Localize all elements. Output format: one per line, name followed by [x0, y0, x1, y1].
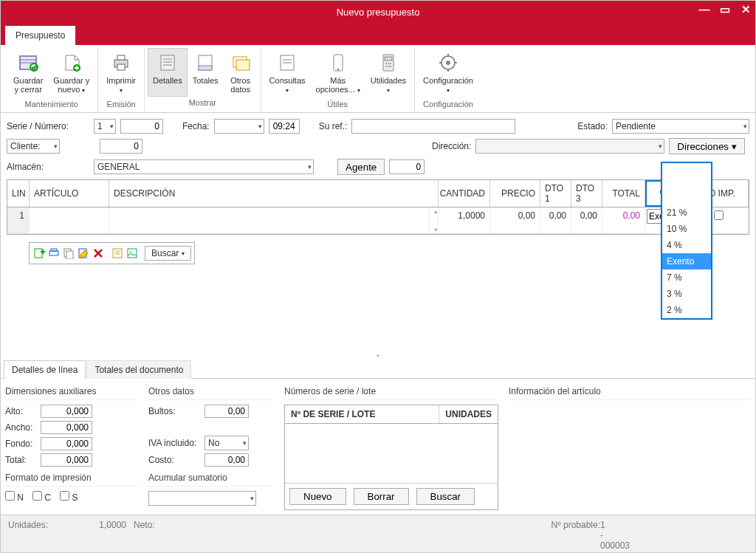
suref-input[interactable]	[351, 119, 515, 134]
tab-detalles-linea[interactable]: Detalles de línea	[4, 360, 86, 379]
otros-datos-button[interactable]: Otros datos	[224, 48, 258, 97]
bultos-input[interactable]	[205, 405, 249, 418]
edit-icon[interactable]	[77, 247, 90, 260]
formato-n[interactable]	[5, 491, 15, 501]
tab-totales-doc[interactable]: Totales del documento	[86, 360, 191, 379]
imprimir-button[interactable]: Imprimir▾	[101, 48, 141, 98]
guardar-nuevo-button[interactable]: Guardar y nuevo ▾	[48, 48, 94, 98]
suref-label: Su ref.:	[319, 121, 348, 131]
svg-point-28	[385, 66, 387, 67]
mas-opciones-button[interactable]: Más opciones... ▾	[311, 48, 365, 98]
acum-combo[interactable]: ▾	[148, 491, 256, 506]
maximize-button[interactable]: ▭	[718, 3, 732, 16]
ribbon-group-emision: Imprimir▾ Emisión	[98, 48, 145, 112]
tab-row: Presupuesto	[1, 23, 755, 45]
nuevo-button[interactable]: Nuevo	[289, 488, 346, 505]
costo-input[interactable]	[205, 453, 249, 467]
svg-point-29	[388, 66, 389, 67]
ribbon-group-mantenimiento: Guardar y cerrar Guardar y nuevo ▾ Mante…	[5, 48, 98, 112]
iva-option[interactable]: 10 %	[662, 221, 711, 237]
add-icon[interactable]	[32, 247, 46, 260]
cliente-id-input[interactable]	[100, 139, 142, 154]
svg-point-27	[390, 63, 391, 64]
hora-input[interactable]	[269, 119, 300, 134]
details-panel: Dimensiones auxiliares Alto: Ancho: Fond…	[1, 379, 755, 515]
ribbon-group-utiles: Consultas▾ Más opciones... ▾ Utilidades▾…	[261, 48, 416, 112]
iva-option[interactable]: 2 %	[662, 302, 711, 318]
cliente-combo[interactable]: Cliente:▾	[7, 139, 60, 154]
print-icon[interactable]	[47, 247, 61, 260]
utilidades-button[interactable]: Utilidades▾	[365, 48, 411, 98]
svg-rect-10	[161, 55, 174, 70]
iva-option[interactable]: 4 %	[662, 237, 711, 253]
svg-point-26	[388, 63, 389, 64]
grid-row-1[interactable]: 1 ▴▾ 1,0000 0,00 0,00 0,00 0,00 ▾	[7, 207, 749, 234]
total-input[interactable]	[41, 453, 92, 467]
detalles-button[interactable]: Detalles	[148, 48, 188, 97]
copy-icon[interactable]	[62, 247, 75, 260]
totales-button[interactable]: Totales	[188, 48, 224, 97]
almacen-label: Almacén:	[7, 162, 89, 172]
image-icon[interactable]	[126, 247, 139, 260]
borrar-button[interactable]: Borrar	[354, 488, 409, 505]
grid-header: LIN ARTÍCULO DESCRIPCIÓN CANTIDAD PRECIO…	[7, 180, 749, 207]
configuracion-button[interactable]: Configuración▾	[418, 48, 478, 98]
consultas-button[interactable]: Consultas▾	[264, 48, 311, 98]
svg-rect-9	[117, 64, 125, 70]
close-button[interactable]: ✕	[739, 3, 752, 16]
svg-rect-17	[236, 60, 250, 70]
agente-input[interactable]	[389, 159, 425, 174]
grid-toolbar: Buscar▾	[29, 242, 195, 264]
direcciones-button[interactable]: Direcciones ▾	[669, 138, 744, 154]
titlebar: Nuevo presupuesto — ▭ ✕	[1, 1, 755, 23]
iva-option[interactable]: 3 %	[662, 286, 711, 302]
serie-combo[interactable]: 1▾	[94, 119, 116, 134]
iva-option[interactable]: Exento	[662, 253, 711, 269]
iva-option[interactable]: 7 %	[662, 269, 711, 286]
more-options-icon	[326, 51, 350, 75]
fecha-label: Fecha:	[182, 121, 210, 131]
formato-c[interactable]	[32, 491, 42, 501]
direccion-label: Dirección:	[432, 141, 471, 151]
estado-label: Estado:	[577, 121, 608, 131]
article-icon[interactable]	[111, 247, 124, 260]
bottom-tabs: Detalles de línea Totales del documento	[1, 360, 755, 379]
header-form: Serie / Número: 1▾ Fecha: ▾ Su ref.: Est…	[1, 113, 755, 267]
iva-option[interactable]: 21 %	[662, 205, 711, 221]
svg-rect-37	[35, 249, 42, 258]
estado-combo[interactable]: Pendiente▾	[612, 119, 749, 134]
agente-button[interactable]: Agente	[337, 159, 385, 175]
noimp-checkbox[interactable]	[714, 210, 724, 220]
ribbon-group-mostrar: Detalles Totales Otros datos Mostrar	[145, 48, 261, 112]
ancho-input[interactable]	[41, 421, 92, 434]
svg-rect-24	[385, 57, 392, 61]
iva-dropdown[interactable]: 21 %10 %4 %Exento7 %3 %2 %	[661, 162, 712, 320]
save-close-icon	[16, 51, 40, 75]
svg-rect-43	[66, 251, 73, 259]
minimize-button[interactable]: —	[698, 3, 711, 16]
alto-input[interactable]	[41, 405, 92, 418]
svg-point-25	[385, 63, 387, 64]
splitter[interactable]: ⌄	[1, 348, 755, 360]
buscar-dropdown[interactable]: Buscar▾	[145, 246, 191, 261]
guardar-cerrar-button[interactable]: Guardar y cerrar	[8, 48, 48, 98]
gear-icon	[436, 51, 460, 75]
numero-input[interactable]	[120, 119, 163, 134]
tab-presupuesto[interactable]: Presupuesto	[5, 26, 75, 45]
iva-incl-combo[interactable]: No▾	[205, 436, 249, 450]
footer-summary: Unidades: 1,0000 Neto: Nº probable: 1 - …	[1, 515, 755, 553]
window-title: Nuevo presupuesto	[337, 7, 420, 18]
serie-table: Nº DE SERIE / LOTEUNIDADES Nuevo Borrar …	[284, 405, 498, 510]
buscar-button[interactable]: Buscar	[416, 488, 475, 505]
svg-point-51	[130, 251, 132, 253]
svg-point-22	[337, 69, 339, 71]
almacen-combo[interactable]: GENERAL▾	[94, 159, 314, 174]
svg-rect-40	[49, 251, 58, 255]
direccion-combo[interactable]: ▾	[475, 139, 664, 154]
delete-icon[interactable]	[92, 247, 105, 260]
fondo-input[interactable]	[41, 437, 92, 450]
formato-s[interactable]	[60, 491, 69, 501]
svg-rect-50	[128, 249, 137, 258]
fecha-combo[interactable]: ▾	[214, 119, 264, 134]
spinner[interactable]: ▴▾	[430, 207, 439, 233]
